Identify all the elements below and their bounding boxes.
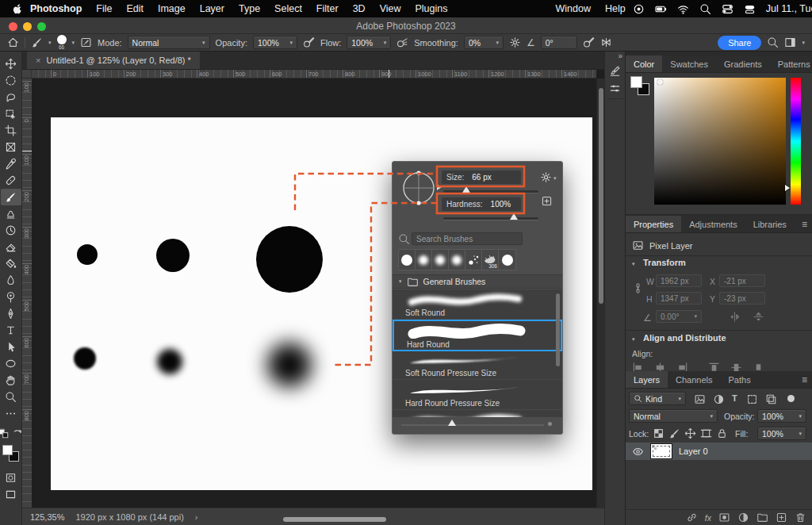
collapse-icon[interactable]: ▾: [399, 278, 402, 285]
move-tool[interactable]: [1, 56, 21, 72]
filter-shape-layers-icon[interactable]: [746, 393, 758, 405]
eraser-tool[interactable]: [1, 239, 21, 255]
brush-item-soft-round-pressure-size[interactable]: Soft Round Pressure Size: [393, 350, 562, 380]
wifi-icon[interactable]: [677, 3, 689, 15]
flip-vertical-icon[interactable]: [753, 311, 764, 323]
filter-adjustment-layers-icon[interactable]: [713, 393, 725, 405]
properties-tab-libraries[interactable]: Libraries: [745, 216, 795, 232]
panel-menu-icon[interactable]: ≡: [802, 374, 807, 385]
brush-tool-icon[interactable]: [31, 36, 43, 48]
menu-image[interactable]: Image: [151, 3, 193, 14]
new-brush-icon[interactable]: [541, 195, 553, 207]
delete-layer-icon[interactable]: [795, 512, 806, 523]
hue-slider[interactable]: [791, 78, 801, 205]
quick-mask-button[interactable]: [1, 469, 21, 486]
default-colors-icon[interactable]: [0, 428, 10, 440]
width-field[interactable]: 1962 px: [656, 274, 702, 287]
lock-all-icon[interactable]: [716, 427, 728, 439]
color-tab-gradients[interactable]: Gradients: [716, 56, 770, 72]
crop-tool[interactable]: [1, 122, 21, 139]
symmetry-icon[interactable]: [600, 36, 612, 48]
dodge-tool[interactable]: [1, 289, 21, 305]
menu-clock[interactable]: Jul 11., Tue 15:49: [766, 3, 812, 14]
x-field[interactable]: -21 px: [719, 274, 765, 287]
foreground-color-swatch[interactable]: [630, 76, 642, 88]
menu-edit[interactable]: Edit: [119, 3, 151, 14]
chevron-down-icon[interactable]: ▾: [553, 175, 557, 182]
object-selection-tool[interactable]: [1, 105, 21, 122]
search-icon[interactable]: [767, 36, 779, 48]
history-brush-tool[interactable]: [1, 222, 21, 239]
gear-icon[interactable]: [509, 36, 521, 48]
transform-section-title[interactable]: Transform: [643, 258, 686, 267]
lock-position-icon[interactable]: [684, 427, 696, 439]
menu-type[interactable]: Type: [232, 3, 267, 14]
recent-brush-special[interactable]: 306: [482, 250, 499, 270]
hardness-slider-thumb[interactable]: [510, 213, 518, 220]
collapse-icon[interactable]: ▾: [632, 336, 635, 343]
lasso-tool[interactable]: [1, 89, 21, 105]
battery-icon[interactable]: [655, 3, 667, 15]
input-switcher-icon[interactable]: [744, 3, 756, 15]
ruler-corner[interactable]: [22, 70, 32, 79]
color-tab-swatches[interactable]: Swatches: [662, 56, 716, 72]
shape-tool[interactable]: [1, 355, 21, 372]
recent-brush-soft[interactable]: [416, 250, 432, 270]
zoom-level[interactable]: 125,35%: [30, 512, 64, 522]
more-tools[interactable]: [1, 405, 21, 422]
layers-tab-layers[interactable]: Layers: [626, 371, 668, 388]
path-selection-tool[interactable]: [1, 339, 21, 355]
opacity-select[interactable]: 100%▾: [253, 36, 297, 49]
pressure-size-icon[interactable]: [583, 36, 595, 48]
brush-tip-angle-control[interactable]: [400, 170, 437, 206]
screen-mode-button[interactable]: [1, 486, 21, 503]
horizontal-ruler[interactable]: 0100200300400500600700800900100011001200…: [32, 70, 596, 79]
filter-image-layers-icon[interactable]: [694, 393, 706, 405]
brush-tool[interactable]: [1, 189, 21, 205]
layer-row[interactable]: Layer 0: [626, 443, 812, 460]
chevron-down-icon[interactable]: ▾: [48, 40, 52, 46]
menu-help[interactable]: Help: [598, 3, 633, 14]
link-layers-icon[interactable]: [686, 512, 698, 523]
menu-window[interactable]: Window: [549, 3, 598, 14]
share-button[interactable]: Share: [718, 36, 761, 50]
foreground-color-swatch[interactable]: [2, 445, 13, 455]
preview-size-slider-thumb[interactable]: [448, 420, 456, 426]
menu-photoshop[interactable]: Photoshop: [23, 3, 89, 14]
brush-item-partial[interactable]: [393, 410, 562, 417]
menu-view[interactable]: View: [373, 3, 408, 14]
height-field[interactable]: 1347 px: [656, 292, 702, 305]
brush-angle-input[interactable]: 0°: [541, 36, 577, 49]
filter-smart-objects-icon[interactable]: [765, 393, 777, 405]
layer-opacity-select[interactable]: 100%▾: [757, 409, 806, 423]
rotation-field[interactable]: 0.00°▾: [656, 310, 702, 323]
layer-filter-kind-select[interactable]: Kind▾: [629, 392, 686, 405]
hand-tool[interactable]: [1, 372, 21, 389]
status-chevron-icon[interactable]: ›: [195, 512, 198, 522]
pen-tool[interactable]: [1, 305, 21, 322]
blur-tool[interactable]: [1, 272, 21, 289]
size-slider[interactable]: [443, 190, 538, 193]
chevron-down-icon[interactable]: ▾: [802, 40, 805, 46]
menu-plugins[interactable]: Plugins: [408, 3, 455, 14]
size-slider-thumb[interactable]: [462, 186, 470, 193]
brush-hardness-field[interactable]: Hardness:100%: [442, 197, 521, 211]
apple-icon[interactable]: [11, 3, 23, 15]
lock-artboard-icon[interactable]: [700, 427, 712, 439]
preview-size-slider[interactable]: [401, 424, 544, 426]
new-adjustment-layer-icon[interactable]: [737, 512, 749, 523]
brush-item-hard-round[interactable]: Hard Round: [393, 320, 562, 351]
home-icon[interactable]: [7, 36, 19, 48]
color-field-marker[interactable]: [657, 79, 663, 85]
blend-mode-select[interactable]: Normal▾: [128, 36, 210, 49]
align-section-title[interactable]: Align and Distribute: [643, 333, 726, 343]
hardness-slider[interactable]: [443, 217, 538, 220]
healing-brush-tool[interactable]: [1, 172, 21, 189]
menu-filter[interactable]: Filter: [309, 3, 346, 14]
filter-toggle-icon[interactable]: [787, 395, 795, 402]
link-dimensions-icon[interactable]: [632, 282, 644, 294]
gear-icon[interactable]: [540, 171, 552, 183]
brushes-panel-icon[interactable]: [609, 82, 621, 94]
brush-preset-picker[interactable]: 66: [57, 35, 67, 51]
brush-item-soft-round[interactable]: Soft Round: [393, 289, 562, 320]
